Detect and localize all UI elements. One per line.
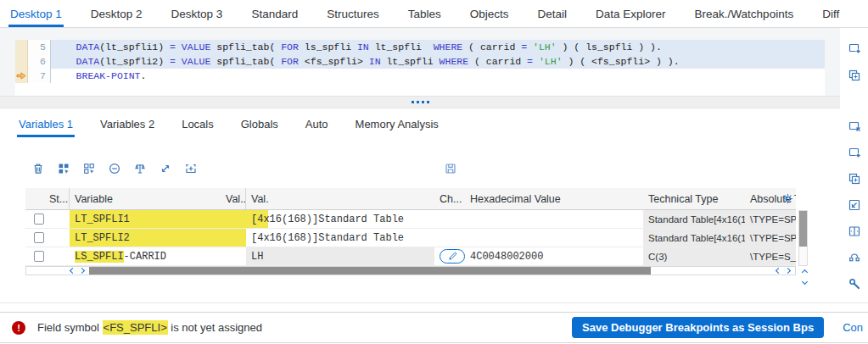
val-short-cell xyxy=(221,210,246,228)
tab-variables-2[interactable]: Variables 2 xyxy=(98,113,156,137)
tab-detail[interactable]: Detail xyxy=(536,3,569,27)
technical-type-cell: C(3) xyxy=(643,247,745,265)
save-icon[interactable] xyxy=(443,161,457,175)
horizontal-scrollbar-thumb[interactable] xyxy=(89,267,651,275)
change-cell xyxy=(434,229,465,247)
line-number: 6 xyxy=(28,54,51,69)
split-view-icon[interactable] xyxy=(847,68,861,82)
vertical-scrollbar[interactable] xyxy=(798,210,808,266)
error-icon: ! xyxy=(12,321,25,335)
tab-locals[interactable]: Locals xyxy=(180,113,216,137)
code-text: DATA(lt_spfli1) = VALUE spfli_tab( FOR l… xyxy=(51,40,825,54)
row-checkbox[interactable] xyxy=(34,214,44,225)
scroll-left-icon[interactable] xyxy=(70,268,76,274)
resize-columns-icon[interactable] xyxy=(847,224,861,238)
select-services-icon[interactable] xyxy=(56,161,70,175)
variable-row[interactable]: LT_SPFLI1[4x16(168)]Standard TableStanda… xyxy=(25,210,796,229)
code-line[interactable]: 7 BREAK-POINT. xyxy=(15,69,825,83)
unlink-icon[interactable] xyxy=(847,250,861,264)
variable-name-cell[interactable]: LT_SPFLI1 xyxy=(70,210,221,228)
variable-row[interactable]: LS_SPFLI-CARRIDLH4C0048002000C(3)\TYPE=S… xyxy=(25,247,796,266)
breakpoint-margin[interactable] xyxy=(15,40,28,54)
compare-variables-icon[interactable] xyxy=(132,161,147,175)
val-short-cell xyxy=(221,247,246,265)
tab-auto[interactable]: Auto xyxy=(304,113,330,137)
value-cell[interactable]: LH xyxy=(246,247,434,265)
scroll-down-icon[interactable] xyxy=(802,279,808,285)
row-select-cell xyxy=(25,210,44,228)
delete-icon[interactable] xyxy=(31,161,45,175)
tab-desktop-2[interactable]: Desktop 2 xyxy=(89,3,144,27)
vertical-scrollbar-thumb[interactable] xyxy=(799,211,807,247)
scroll-up-icon[interactable] xyxy=(802,269,808,275)
split-view-icon[interactable] xyxy=(847,171,861,186)
scroll-up-down-buttons xyxy=(803,270,807,284)
value-cell[interactable]: [4x16(168)]Standard Table xyxy=(246,229,434,247)
tab-diff[interactable]: Diff xyxy=(820,3,841,27)
close-view-icon[interactable] xyxy=(847,119,861,133)
create-watchpoint-icon[interactable] xyxy=(183,161,198,175)
code-text: BREAK-POINT. xyxy=(51,69,825,83)
value-cell[interactable]: [4x16(168)]Standard Table xyxy=(246,210,434,228)
deselect-services-icon[interactable] xyxy=(81,161,96,175)
header-technical-type[interactable]: Technical Type xyxy=(643,193,745,205)
tab-standard[interactable]: Standard xyxy=(249,3,300,27)
panel-splitter-handle[interactable] xyxy=(0,96,840,108)
tab-data-explorer[interactable]: Data Explorer xyxy=(594,3,668,27)
tab-break-watchpoints[interactable]: Break./Watchpoints xyxy=(693,3,796,27)
hexadecimal-value-cell: 4C0048002000 xyxy=(465,247,643,265)
row-checkbox[interactable] xyxy=(34,232,44,243)
variable-row[interactable]: LT_SPFLI2[4x16(168)]Standard TableStanda… xyxy=(25,229,796,247)
scroll-left-right-buttons xyxy=(65,269,89,273)
technical-type-cell: Standard Table[4x16(16. xyxy=(643,210,745,228)
tab-memory-analysis[interactable]: Memory Analysis xyxy=(354,113,440,137)
save-breakpoints-button[interactable]: Save Debugger Breakpoints as Session Bps xyxy=(572,317,824,338)
scroll-right-icon[interactable] xyxy=(785,268,791,274)
line-number: 5 xyxy=(28,40,51,54)
header-variable[interactable]: Variable xyxy=(70,193,221,205)
scroll-left-right-buttons-end xyxy=(771,269,795,273)
header-status[interactable]: St... xyxy=(44,188,70,209)
variables-table-header: St... Variable Val... Val. Ch... Hexadec… xyxy=(25,188,796,210)
tab-variables-1[interactable]: Variables 1 xyxy=(17,113,75,137)
settings-wrench-icon[interactable] xyxy=(847,276,861,291)
tab-globals[interactable]: Globals xyxy=(239,113,280,137)
status-cell xyxy=(44,229,70,247)
panel-divider xyxy=(0,302,868,303)
header-val-short[interactable]: Val... xyxy=(221,188,246,209)
header-hexadecimal-value[interactable]: Hexadecimal Value xyxy=(465,193,643,205)
hexadecimal-value-cell xyxy=(465,229,643,247)
status-cell xyxy=(44,210,70,228)
tab-desktop-3[interactable]: Desktop 3 xyxy=(170,3,225,27)
swap-icon[interactable] xyxy=(158,161,172,175)
header-val[interactable]: Val. xyxy=(246,193,434,205)
tab-desktop-1[interactable]: Desktop 1 xyxy=(8,3,64,27)
tab-objects[interactable]: Objects xyxy=(468,3,511,27)
absolute-type-cell: \TYPE=S_C xyxy=(745,247,796,265)
tab-structures[interactable]: Structures xyxy=(325,3,381,27)
code-line[interactable]: 6 DATA(lt_spfli2) = VALUE spfli_tab( FOR… xyxy=(15,54,825,69)
breakpoint-margin[interactable] xyxy=(15,54,28,69)
variable-name-cell[interactable]: LT_SPFLI2 xyxy=(70,229,221,247)
current-statement-arrow-icon[interactable] xyxy=(15,69,28,83)
horizontal-scrollbar[interactable] xyxy=(25,266,796,275)
restore-view-icon[interactable] xyxy=(847,197,861,212)
remove-line-icon[interactable] xyxy=(107,161,121,175)
row-checkbox[interactable] xyxy=(34,251,44,262)
popout-icon[interactable] xyxy=(847,145,861,159)
scroll-right-icon[interactable] xyxy=(79,268,85,274)
variable-name-cell[interactable]: LS_SPFLI-CARRID xyxy=(70,247,221,265)
code-line[interactable]: 5 DATA(lt_spfli1) = VALUE spfli_tab( FOR… xyxy=(15,40,825,54)
gear-icon[interactable] xyxy=(781,192,794,208)
change-value-button[interactable] xyxy=(440,249,465,264)
variables-table-rows: LT_SPFLI1[4x16(168)]Standard TableStanda… xyxy=(25,210,796,266)
popout-icon[interactable] xyxy=(847,41,861,55)
configure-link[interactable]: Con xyxy=(843,321,863,334)
status-bar: ! Field symbol <FS_SPFLI> is not yet ass… xyxy=(0,312,868,343)
code-editor[interactable]: 5 DATA(lt_spfli1) = VALUE spfli_tab( FOR… xyxy=(15,40,825,96)
tab-tables[interactable]: Tables xyxy=(406,3,443,27)
status-cell xyxy=(44,247,70,265)
header-change[interactable]: Ch... xyxy=(434,193,465,205)
highlighted-field-symbol: <FS_SPFLI> xyxy=(103,320,168,335)
scroll-left-icon[interactable] xyxy=(776,268,781,274)
